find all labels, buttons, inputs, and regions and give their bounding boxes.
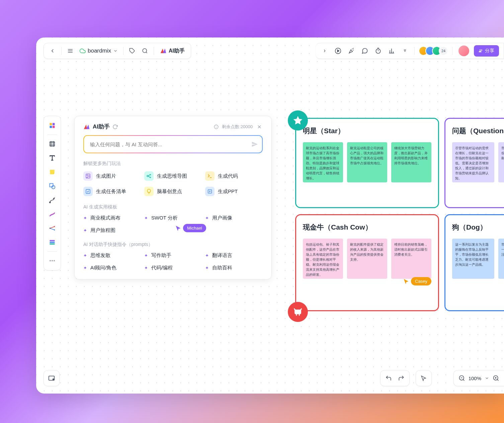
timer-button[interactable] (373, 46, 384, 56)
cursor-arrow-icon (175, 225, 182, 232)
svg-line-10 (353, 48, 354, 49)
search-button[interactable] (140, 46, 150, 56)
send-button[interactable] (251, 141, 258, 148)
current-user-avatar[interactable] (458, 46, 469, 56)
svg-point-41 (50, 260, 51, 261)
play-button[interactable] (333, 46, 343, 56)
ai-prompt-diverge[interactable]: ✦思维发散 (83, 252, 141, 259)
collaborator-avatars[interactable]: 24 (419, 46, 448, 56)
sticky-note[interactable]: 耐克的运动鞋系列在全球市场占据了高市场份额，并且市场增长强劲。特别是跑步和篮球鞋… (303, 142, 343, 182)
ai-assistant-button[interactable]: AI助手 (157, 48, 187, 55)
tool-text[interactable] (46, 152, 58, 164)
share-icon (479, 49, 483, 53)
tool-shape[interactable] (46, 180, 58, 192)
svg-rect-20 (50, 126, 52, 128)
ai-action-generate-image[interactable]: 生成图片 (83, 171, 141, 181)
sticky-note[interactable]: 维持目前的销售策略，适时推出新款式以吸引消费者关注。 (391, 239, 431, 279)
cursor-arrow-icon (403, 278, 410, 285)
ai-action-tasklist[interactable]: 生成任务清单 (83, 187, 141, 196)
ai-action-brainstorm[interactable]: 脑暴创意点 (144, 187, 202, 196)
svg-line-9 (353, 50, 354, 51)
back-button[interactable] (47, 46, 58, 56)
tool-frame[interactable] (46, 138, 58, 150)
svg-rect-67 (86, 189, 90, 193)
quadrant-cash-cow[interactable]: 现金牛（Cash Cow） 包括运动包、袜子和其他配件，这些产品在市场上具有稳定… (295, 214, 439, 311)
topbar-left: boardmix AI助手 (44, 43, 191, 59)
sticky-note[interactable]: 耐克的配件提供了稳定的收入来源，为其他新兴产品的投资提供资金支持。 (347, 239, 387, 279)
zoom-bar: 100% (453, 370, 504, 386)
cursor-michael: Michael (175, 224, 206, 232)
brand-name: boardmix (88, 48, 111, 54)
svg-rect-29 (50, 184, 53, 187)
svg-line-34 (50, 228, 54, 230)
tool-pen[interactable] (46, 208, 58, 220)
refresh-icon[interactable] (112, 124, 118, 130)
cursor-label: Casey (411, 277, 431, 285)
tool-mindmap[interactable] (46, 222, 58, 234)
svg-point-36 (54, 226, 55, 227)
svg-text:P: P (209, 190, 211, 193)
ai-action-mindmap[interactable]: 生成思维导图 (144, 171, 202, 181)
comment-button[interactable] (359, 46, 370, 56)
svg-marker-32 (53, 198, 54, 199)
close-button[interactable] (256, 123, 263, 130)
ai-prompt-wiki[interactable]: ✦自助百科 (205, 265, 263, 271)
pointer-mode-button[interactable] (416, 370, 432, 386)
zoom-value[interactable]: 100% (469, 375, 481, 381)
more-tools-button[interactable] (400, 46, 410, 56)
ai-prompt-input[interactable] (84, 136, 262, 153)
svg-point-61 (147, 175, 148, 177)
sticky-note[interactable]: 继续加大市场营销力度，推出新款产品，并利用明星的影响力来维持市场领先地位。 (391, 142, 431, 182)
ai-action-code[interactable]: 生成代码 (205, 171, 263, 181)
sticky-note[interactable]: 这一系列以复古为主题的服饰在市场上反响平平，市场份额低且增长乏力。耐克可能考虑逐… (452, 239, 494, 279)
celebrate-button[interactable] (346, 46, 357, 56)
ai-logo-icon (160, 48, 167, 54)
svg-point-45 (53, 379, 54, 380)
tool-sticky-note[interactable] (46, 166, 58, 178)
share-button[interactable]: 分享 (474, 45, 499, 57)
redo-button[interactable] (398, 375, 405, 382)
undo-button[interactable] (385, 375, 392, 382)
tool-template[interactable] (46, 119, 58, 132)
ai-template-bmc[interactable]: ✦商业模式画布 (83, 215, 141, 221)
ai-template-swot[interactable]: ✦SWOT 分析 (144, 215, 202, 221)
points-remaining: 剩余点数:20000 (222, 124, 253, 130)
zoom-out-button[interactable] (458, 375, 465, 382)
brand-dropdown[interactable]: boardmix (78, 48, 120, 54)
ai-template-persona[interactable]: ✦用户画像 (205, 215, 263, 221)
ai-prompt-writing[interactable]: ✦写作助手 (144, 252, 202, 259)
quadrant-question[interactable]: 问题（Question Mark） 尽管市场对运动的需求在增长，但耐克在这一市场… (444, 118, 504, 208)
section-title: AI 对话助手快捷指令（prompts） (83, 242, 263, 248)
zoom-in-button[interactable] (493, 375, 499, 382)
tag-button[interactable] (127, 46, 138, 56)
ai-prompt-advisor[interactable]: ✦AI顾问/角色 (83, 265, 141, 271)
ai-prompt-translate[interactable]: ✦翻译语言 (205, 252, 263, 259)
ai-action-ppt[interactable]: P生成PPT (205, 187, 263, 196)
cursor-label: Michael (183, 224, 206, 232)
sticky-note[interactable]: 尽管市场对运动的需求在增长，但耐克在这一市场的市场份额相对较低。需要决定是否增加… (452, 142, 494, 182)
svg-point-31 (50, 202, 51, 203)
quadrant-title: 问题（Question Mark） (452, 126, 504, 136)
svg-rect-38 (50, 240, 55, 241)
ai-template-journey[interactable]: ✦用户旅程图 (83, 227, 141, 234)
expand-button[interactable] (319, 46, 330, 56)
quadrant-star[interactable]: 明星（Star） 耐克的运动鞋系列在全球市场占据了高市场份额，并且市场增长强劲。… (295, 118, 439, 208)
menu-button[interactable] (65, 46, 76, 56)
sticky-note[interactable]: 耐克运动鞋是公司的核心产品，强大的品牌和市场推广使其在运动鞋市场中占据领先地位。 (347, 142, 387, 182)
tool-connector[interactable] (46, 194, 58, 206)
tool-more[interactable] (46, 255, 58, 267)
ai-prompt-code[interactable]: ✦代码/编程 (144, 265, 202, 271)
svg-point-60 (87, 175, 88, 176)
chevron-down-icon[interactable] (485, 376, 489, 380)
tool-table[interactable] (46, 236, 58, 248)
svg-rect-39 (50, 242, 55, 243)
sticky-note[interactable]: 市场在增长，但耐克的份额和其它对手相比，耐克需要提升品牌。 (498, 142, 504, 182)
ai-panel-title: AI助手 (93, 123, 110, 131)
share-label: 分享 (485, 48, 494, 54)
chart-button[interactable] (386, 46, 397, 56)
sticky-note[interactable]: 包括运动包、袜子和其他配件，这些产品在市场上具有稳定的市场份额，但是增长相对平稳… (303, 239, 343, 279)
quadrant-dog[interactable]: 狗（Dog） 这一系列以复古为主题的服饰在市场上反响平平，市场份额低且增长乏力。… (444, 214, 504, 311)
sticky-note[interactable]: 市场在萎缩，份额的进一步丧失，耐克应该关注这一产品线。 (498, 239, 504, 279)
bottom-left-button[interactable] (44, 370, 60, 386)
cloud-icon (80, 48, 86, 54)
